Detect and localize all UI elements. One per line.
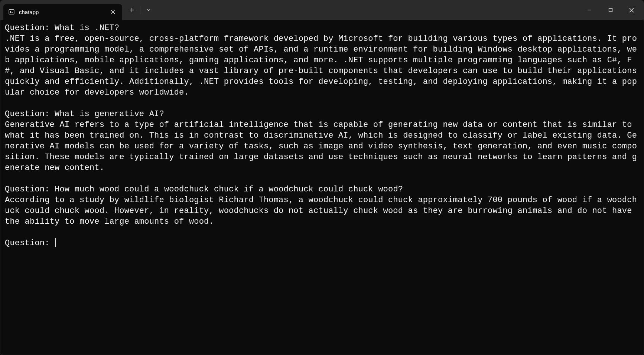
question-text: What is generative AI? [55,109,164,119]
tabbar-divider [140,6,140,14]
question-label: Question: [5,23,55,33]
terminal-output[interactable]: Question: What is .NET? .NET is a free, … [0,20,644,355]
tab-chatapp[interactable]: chatapp [3,4,122,20]
minimize-button[interactable] [579,3,600,17]
close-window-button[interactable] [621,3,642,17]
svg-rect-7 [609,9,612,12]
tab-dropdown-button[interactable] [141,3,156,17]
tab-close-button[interactable] [109,8,117,16]
window-controls [579,0,642,20]
question-text: What is .NET? [55,23,119,33]
question-label: Question: [5,109,55,119]
question-label: Question: [5,185,55,194]
new-tab-button[interactable] [124,3,139,17]
maximize-button[interactable] [600,3,621,17]
tab-title: chatapp [19,9,105,15]
text-cursor [55,238,56,247]
answer-text: According to a study by wildlife biologi… [5,195,637,226]
titlebar: chatapp [0,0,644,20]
question-text: How much wood could a woodchuck chuck if… [55,185,403,194]
prompt-label: Question: [5,239,55,248]
answer-text: Generative AI refers to a type of artifi… [5,120,637,172]
tabbar-buttons [124,0,156,20]
tabs-area: chatapp [0,0,122,20]
svg-rect-0 [9,10,14,14]
answer-text: .NET is a free, open-source, cross-platf… [5,34,642,97]
terminal-icon [8,8,15,16]
